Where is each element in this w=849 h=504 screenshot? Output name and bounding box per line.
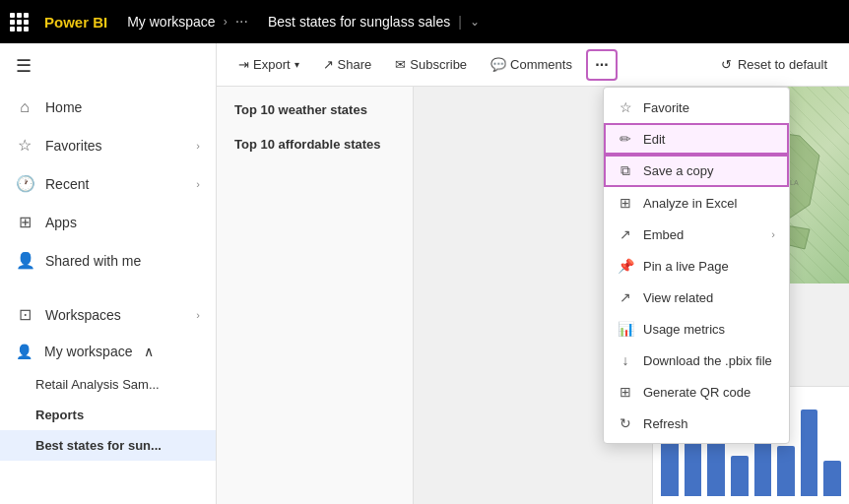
menu-item-analyze-excel[interactable]: ⊞ Analyze in Excel — [604, 187, 789, 219]
menu-item-pin-live[interactable]: 📌 Pin a live Page — [604, 250, 789, 282]
sidebar-recent-label: Recent — [45, 176, 184, 192]
favorite-icon: ☆ — [618, 99, 633, 115]
content-area: ⇥ Export ▾ ↗ Share ✉ Subscribe 💬 Comment… — [217, 43, 849, 504]
generate-qr-icon: ⊞ — [618, 384, 633, 400]
menu-item-usage-metrics[interactable]: 📊 Usage metrics — [604, 313, 789, 345]
apps-grid-icon[interactable] — [10, 13, 29, 32]
analyze-excel-icon: ⊞ — [618, 195, 633, 211]
export-chevron-icon: ▾ — [294, 59, 299, 70]
subscribe-button[interactable]: ✉ Subscribe — [385, 51, 477, 78]
sidebar-item-workspaces[interactable]: ⊡ Workspaces › — [0, 295, 216, 334]
share-icon: ↗ — [323, 57, 334, 72]
download-pbix-icon: ↓ — [618, 352, 633, 368]
subscribe-label: Subscribe — [410, 57, 467, 72]
menu-item-download-pbix[interactable]: ↓ Download the .pbix file — [604, 345, 789, 376]
sidebar-toggle[interactable]: ☰ — [0, 43, 216, 89]
topbar-chevron-icon[interactable]: ⌄ — [470, 15, 480, 29]
menu-item-refresh[interactable]: ↻ Refresh — [604, 408, 789, 439]
recent-arrow-icon: › — [196, 178, 200, 190]
sidebar-workspaces-label: Workspaces — [45, 307, 184, 323]
embed-label: Embed — [643, 227, 761, 242]
topbar-pipe: | — [458, 14, 462, 30]
menu-item-embed[interactable]: ↗ Embed › — [604, 219, 789, 250]
usage-metrics-icon: 📊 — [618, 321, 633, 337]
topbar-report-title: Best states for sunglass sales — [268, 14, 450, 30]
menu-item-view-related[interactable]: ↗ View related — [604, 282, 789, 313]
sidebar-beststates-item[interactable]: Best states for sun... — [0, 430, 216, 461]
download-pbix-label: Download the .pbix file — [643, 353, 775, 368]
view-related-label: View related — [643, 290, 775, 305]
view-related-icon: ↗ — [618, 289, 633, 305]
sidebar-item-home[interactable]: ⌂ Home — [0, 89, 216, 126]
toolbar: ⇥ Export ▾ ↗ Share ✉ Subscribe 💬 Comment… — [217, 43, 849, 87]
more-options-dropdown: ☆ Favorite ✏ Edit ⧉ Save a copy ⊞ Analyz… — [603, 87, 790, 444]
export-label: Export — [253, 57, 291, 72]
sidebar-favorites-label: Favorites — [45, 138, 184, 154]
myworkspace-chevron-icon: ∧ — [144, 344, 154, 359]
more-options-button[interactable]: ··· — [586, 49, 618, 81]
pin-live-icon: 📌 — [618, 258, 633, 274]
favorites-icon: ☆ — [16, 136, 33, 155]
myworkspace-icon: 👤 — [16, 344, 33, 359]
sidebar-myworkspace-group[interactable]: 👤 My workspace ∧ — [0, 334, 216, 369]
comments-icon: 💬 — [490, 57, 506, 72]
edit-icon: ✏ — [618, 131, 633, 147]
analyze-excel-label: Analyze in Excel — [643, 196, 775, 211]
embed-arrow-icon: › — [771, 228, 775, 240]
sidebar-myworkspace-label: My workspace — [44, 344, 132, 359]
sidebar-retail-item[interactable]: Retail Analysis Sam... — [0, 369, 216, 400]
menu-item-edit[interactable]: ✏ Edit — [604, 123, 789, 155]
report-page-2[interactable]: Top 10 affordable states — [225, 129, 405, 159]
workspaces-arrow-icon: › — [196, 309, 200, 321]
menu-item-favorite[interactable]: ☆ Favorite — [604, 92, 789, 123]
sidebar: ☰ ⌂ Home ☆ Favorites › 🕐 Recent › ⊞ Apps… — [0, 43, 217, 504]
usage-metrics-label: Usage metrics — [643, 322, 775, 337]
home-icon: ⌂ — [16, 98, 33, 116]
sidebar-item-apps[interactable]: ⊞ Apps — [0, 203, 216, 241]
shared-icon: 👤 — [16, 251, 33, 270]
menu-item-generate-qr[interactable]: ⊞ Generate QR code — [604, 376, 789, 408]
sidebar-apps-label: Apps — [45, 215, 200, 230]
topbar-ellipsis-btn[interactable]: ··· — [235, 13, 248, 31]
bar-8 — [823, 461, 841, 496]
sidebar-item-favorites[interactable]: ☆ Favorites › — [0, 126, 216, 164]
sidebar-home-label: Home — [45, 99, 200, 115]
topbar-nav-arrow: › — [224, 15, 228, 29]
favorite-label: Favorite — [643, 100, 775, 115]
comments-label: Comments — [510, 57, 572, 72]
reset-icon: ↺ — [721, 57, 732, 72]
topbar-workspace[interactable]: My workspace — [127, 14, 215, 30]
export-icon: ⇥ — [238, 57, 249, 72]
subscribe-icon: ✉ — [395, 57, 406, 72]
export-button[interactable]: ⇥ Export ▾ — [229, 51, 309, 78]
bar-2 — [685, 440, 702, 496]
powerbi-logo: Power BI — [44, 14, 107, 31]
save-copy-label: Save a copy — [643, 163, 775, 178]
sidebar-item-shared[interactable]: 👤 Shared with me — [0, 241, 216, 280]
sidebar-reports-item[interactable]: Reports — [0, 400, 216, 430]
bar-7 — [801, 410, 818, 496]
embed-icon: ↗ — [618, 226, 633, 242]
generate-qr-label: Generate QR code — [643, 385, 775, 400]
refresh-icon: ↻ — [618, 415, 633, 431]
comments-button[interactable]: 💬 Comments — [481, 51, 582, 78]
bar-6 — [777, 446, 795, 497]
reset-label: Reset to default — [738, 57, 827, 72]
sidebar-item-recent[interactable]: 🕐 Recent › — [0, 164, 216, 203]
svg-text:LA: LA — [790, 179, 799, 186]
share-label: Share — [338, 57, 372, 72]
refresh-label: Refresh — [643, 416, 775, 431]
favorites-arrow-icon: › — [196, 140, 200, 152]
report-page-1[interactable]: Top 10 weather states — [225, 94, 405, 125]
edit-label: Edit — [643, 132, 775, 147]
bar-4 — [731, 456, 749, 496]
menu-item-save-copy[interactable]: ⧉ Save a copy — [604, 155, 789, 187]
workspaces-icon: ⊡ — [16, 305, 33, 324]
reset-to-default-button[interactable]: ↺ Reset to default — [711, 51, 837, 78]
pin-live-label: Pin a live Page — [643, 259, 775, 274]
main-layout: ☰ ⌂ Home ☆ Favorites › 🕐 Recent › ⊞ Apps… — [0, 43, 849, 504]
share-button[interactable]: ↗ Share — [313, 51, 382, 78]
save-copy-icon: ⧉ — [618, 162, 633, 179]
report-pages-list: Top 10 weather states Top 10 affordable … — [217, 87, 414, 504]
recent-icon: 🕐 — [16, 174, 33, 193]
